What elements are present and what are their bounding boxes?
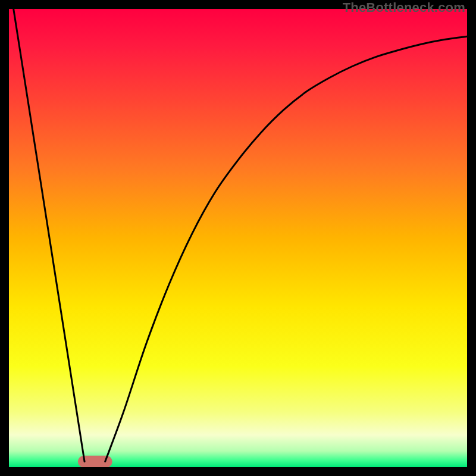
watermark-text: TheBottleneck.com (343, 0, 465, 15)
chart-svg (9, 9, 467, 467)
chart-background (9, 9, 467, 467)
chart-frame (9, 9, 467, 467)
